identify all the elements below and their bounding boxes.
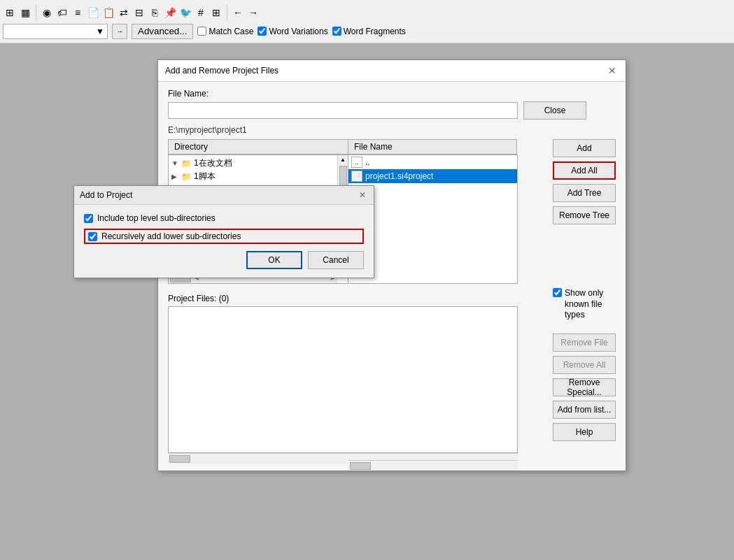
icon-doc2[interactable]: 📋 xyxy=(101,6,115,20)
icon-back[interactable]: ← xyxy=(231,6,245,20)
remove-all-button[interactable]: Remove All xyxy=(553,356,616,374)
remove-tree-button[interactable]: Remove Tree xyxy=(553,206,616,224)
icon-copy[interactable]: ⎘ xyxy=(148,6,162,20)
word-variations-checkbox[interactable]: Word Variations xyxy=(257,27,327,36)
proj-hscroll-thumb[interactable] xyxy=(169,455,190,463)
dialog-titlebar: Add and Remove Project Files ✕ xyxy=(158,60,626,82)
include-top-label: Include top level sub-directories xyxy=(97,213,216,223)
show-known-container: Show only known file types xyxy=(553,288,616,321)
advanced-button[interactable]: Advanced... xyxy=(132,24,193,39)
folder-icon: 📁 xyxy=(181,159,192,168)
icon-circle[interactable]: ◉ xyxy=(40,6,54,20)
include-top-checkbox[interactable] xyxy=(84,214,93,223)
icon-lines[interactable]: ≡ xyxy=(71,6,85,20)
dir-item-label: 1脚本 xyxy=(194,171,216,182)
word-variations-check[interactable] xyxy=(257,27,267,36)
folder-icon: 📁 xyxy=(181,172,192,182)
ok-button[interactable]: OK xyxy=(246,251,302,269)
dialog-title: Add and Remove Project Files xyxy=(165,66,278,76)
file-item-label: .. xyxy=(365,157,370,167)
add-button[interactable]: Add xyxy=(553,139,616,157)
icon-tag[interactable]: 🏷 xyxy=(55,6,69,20)
panel-headers: Directory File Name xyxy=(168,139,546,155)
recursively-row: Recursively add lower sub-directories xyxy=(84,229,364,244)
match-case-checkbox[interactable]: Match Case xyxy=(197,27,253,36)
icon-table[interactable]: ▦ xyxy=(18,6,32,20)
subdialog-buttons: OK Cancel xyxy=(84,251,364,269)
toolbar-row1: ⊞ ▦ ◉ 🏷 ≡ 📄 📋 ⇄ ⊟ ⎘ 📌 🐦 # ⊞ ← → xyxy=(3,4,731,21)
file-list-item[interactable]: 📄project1.si4project xyxy=(348,169,517,183)
bottom-right-buttons: Show only known file types Remove File R… xyxy=(553,288,616,464)
project-files-left: Project Files: (0) xyxy=(168,288,546,464)
close-button[interactable]: Close xyxy=(523,101,586,120)
subdialog-titlebar: Add to Project ✕ xyxy=(74,186,374,205)
dir-item-label: 1在改文档 xyxy=(194,157,232,169)
icon-hash[interactable]: # xyxy=(194,6,208,20)
word-variations-label: Word Variations xyxy=(269,27,327,36)
file-type-icon: 📄 xyxy=(351,171,362,182)
remove-special-button[interactable]: Remove Special... xyxy=(553,378,616,396)
file-list: ....📄project1.si4project xyxy=(348,155,517,183)
subdialog-title: Add to Project xyxy=(80,190,132,200)
dir-tree-item[interactable]: ▶📁1脚本 xyxy=(170,170,346,183)
show-known-checkbox[interactable] xyxy=(553,288,562,297)
dir-tree-item[interactable]: ▼📁1在改文档 xyxy=(170,157,346,170)
file-name-label: File Name: xyxy=(168,89,616,99)
add-all-button[interactable]: Add All xyxy=(553,161,616,180)
recursively-checkbox[interactable] xyxy=(88,232,97,241)
project-files-label: Project Files: (0) xyxy=(168,294,546,303)
scroll-thumb[interactable] xyxy=(339,166,347,187)
file-item-label: project1.si4project xyxy=(365,171,433,181)
word-fragments-check[interactable] xyxy=(332,27,341,36)
dialog-close-button[interactable]: ✕ xyxy=(606,64,619,77)
include-top-row: Include top level sub-directories xyxy=(84,213,364,223)
add-from-list-button[interactable]: Add from list... xyxy=(553,401,616,419)
word-fragments-label: Word Fragments xyxy=(344,27,406,36)
match-case-check[interactable] xyxy=(197,27,206,36)
project-files-section: Project Files: (0) Show only known file … xyxy=(168,288,616,464)
show-known-label: Show only known file types xyxy=(565,288,616,321)
sep1 xyxy=(36,4,36,21)
toolbar-row2: ▼ → Advanced... Match Case Word Variatio… xyxy=(3,24,731,39)
icon-doc[interactable]: 📄 xyxy=(86,6,100,20)
search-combo[interactable]: ▼ xyxy=(3,24,108,39)
expand-icon: ▼ xyxy=(171,159,181,167)
icon-paste[interactable]: 📌 xyxy=(163,6,177,20)
project-files-panel[interactable] xyxy=(168,306,518,453)
file-header: File Name xyxy=(348,139,517,155)
scroll-up-arrow[interactable]: ▲ xyxy=(339,155,348,164)
icon-bird[interactable]: 🐦 xyxy=(178,6,192,20)
combo-arrow[interactable]: ▼ xyxy=(96,27,104,36)
expand-icon: ▶ xyxy=(171,173,181,180)
file-name-input[interactable] xyxy=(168,102,518,119)
file-list-item[interactable]: .... xyxy=(348,155,517,169)
cancel-button[interactable]: Cancel xyxy=(308,251,364,269)
icon-grid2[interactable]: ⊟ xyxy=(132,6,146,20)
search-go-btn[interactable]: → xyxy=(112,24,127,39)
add-to-project-dialog: Add to Project ✕ Include top level sub-d… xyxy=(73,185,374,278)
subdialog-close-button[interactable]: ✕ xyxy=(357,189,368,201)
add-tree-button[interactable]: Add Tree xyxy=(553,184,616,202)
word-fragments-checkbox[interactable]: Word Fragments xyxy=(332,27,406,36)
help-button[interactable]: Help xyxy=(553,423,616,441)
icon-grid[interactable]: ⊞ xyxy=(3,6,17,20)
remove-file-button[interactable]: Remove File xyxy=(553,333,616,352)
icon-grid3[interactable]: ⊞ xyxy=(209,6,223,20)
sep2 xyxy=(227,4,227,21)
parent-dir-icon: .. xyxy=(351,157,362,168)
recursively-label: Recursively add lower sub-directories xyxy=(101,231,241,241)
path-label: E:\myproject\project1 xyxy=(168,125,616,135)
match-case-label: Match Case xyxy=(209,27,253,36)
dir-header: Directory xyxy=(168,139,348,155)
toolbar: ⊞ ▦ ◉ 🏷 ≡ 📄 📋 ⇄ ⊟ ⎘ 📌 🐦 # ⊞ ← → ▼ → Ad xyxy=(0,0,734,43)
icon-arrows[interactable]: ⇄ xyxy=(117,6,131,20)
right-buttons: Add Add All Add Tree Remove Tree xyxy=(553,139,616,284)
subdialog-body: Include top level sub-directories Recurs… xyxy=(74,205,374,278)
icon-fwd[interactable]: → xyxy=(246,6,260,20)
